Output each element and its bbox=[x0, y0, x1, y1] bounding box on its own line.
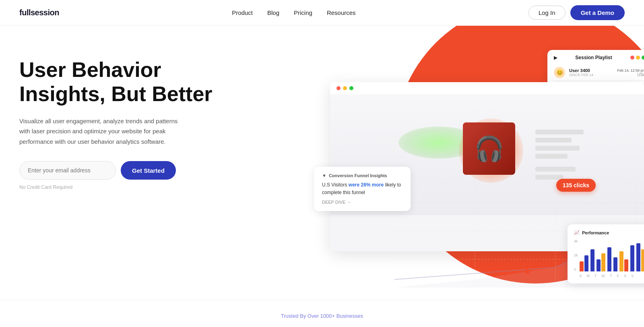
x-label-s2: S bbox=[624, 274, 626, 278]
bar-group-f bbox=[619, 251, 628, 271]
trusted-section: Trusted By Over 1000+ Businesses ⠿ POLYM… bbox=[0, 300, 644, 327]
x-label-t1: T bbox=[594, 274, 597, 278]
nav-actions: Log In Get a Demo bbox=[528, 5, 625, 20]
bar-group-s1 bbox=[580, 255, 588, 271]
hero-title: User Behavior Insights, But Better bbox=[19, 58, 213, 106]
browser-dot-yellow bbox=[343, 86, 347, 90]
session-region-1: USA bbox=[617, 72, 644, 77]
funnel-card-text: U.S Visitors were 26% more likely to com… bbox=[322, 181, 402, 197]
headphone-icon: 🎧 bbox=[474, 135, 504, 163]
funnel-icon: ▼ bbox=[322, 173, 326, 178]
session-user-id-1: User 3400 bbox=[569, 68, 613, 73]
bar-group-t2 bbox=[613, 257, 617, 271]
x-label-f: F bbox=[617, 274, 619, 278]
nav-blog[interactable]: Blog bbox=[267, 9, 279, 16]
bar-group-w bbox=[607, 247, 611, 271]
login-button[interactable]: Log In bbox=[528, 6, 566, 20]
get-started-button[interactable]: Get Started bbox=[121, 161, 176, 180]
browser-bar bbox=[330, 82, 644, 95]
bar-group-s3 bbox=[636, 243, 644, 271]
maximize-btn[interactable] bbox=[642, 56, 644, 60]
x-axis-labels: S M T W T F S S bbox=[580, 274, 644, 278]
performance-card-title: 📈 Performance bbox=[574, 230, 644, 235]
hero-description: Visualize all user engagement, analyze t… bbox=[19, 116, 180, 147]
nav-resources[interactable]: Resources bbox=[327, 9, 356, 16]
session-card-title: Session Playlist bbox=[575, 55, 612, 60]
bar-blue-s3 bbox=[636, 243, 640, 271]
bar-blue-t2 bbox=[613, 257, 617, 271]
hero-form: Get Started bbox=[19, 161, 213, 180]
dashboard-preview: ▶ Session Playlist 😊 User 3400 SINCE FEB… bbox=[314, 50, 644, 288]
content-placeholders bbox=[535, 130, 584, 180]
x-label-w: W bbox=[602, 274, 605, 278]
get-demo-button[interactable]: Get a Demo bbox=[570, 5, 625, 20]
svg-point-6 bbox=[525, 269, 530, 274]
nav-pricing[interactable]: Pricing bbox=[294, 9, 312, 16]
close-red-btn[interactable] bbox=[630, 56, 634, 60]
session-card-icon: ▶ bbox=[554, 55, 557, 60]
hero-content: User Behavior Insights, But Better Visua… bbox=[19, 58, 213, 190]
bar-orange-t1 bbox=[601, 253, 605, 271]
session-card-header: ▶ Session Playlist bbox=[554, 55, 644, 60]
bar-orange-s3 bbox=[641, 249, 644, 271]
email-input[interactable] bbox=[19, 161, 116, 180]
bar-orange-f bbox=[619, 251, 623, 271]
bar-chart: S M T W T F S S bbox=[580, 239, 644, 278]
session-row-1: 😊 User 3400 SINCE FEB 14 Feb 14, 12:58 p… bbox=[554, 64, 644, 81]
bar-group-m bbox=[590, 249, 594, 271]
bar-blue-m bbox=[590, 249, 594, 271]
nav-links: Product Blog Pricing Resources bbox=[232, 9, 355, 16]
bar-red-f bbox=[624, 259, 628, 271]
clicks-badge: 135 clicks bbox=[556, 179, 596, 192]
session-close-controls bbox=[630, 56, 644, 60]
bar-blue-t1 bbox=[597, 259, 601, 271]
browser-dot-green bbox=[349, 86, 353, 90]
user-avatar-1: 😊 bbox=[554, 67, 565, 78]
x-label-s3: S bbox=[631, 274, 634, 278]
hero-section: User Behavior Insights, But Better Visua… bbox=[0, 26, 644, 300]
trusted-title: Trusted By Over 1000+ Businesses bbox=[19, 313, 625, 319]
product-image: 🎧 bbox=[463, 122, 515, 175]
bar-blue-w bbox=[607, 247, 611, 271]
bar-red-s1 bbox=[580, 261, 584, 271]
placeholder-3 bbox=[535, 146, 580, 151]
session-user-info-1: User 3400 SINCE FEB 14 bbox=[569, 68, 613, 77]
bar-blue-s1 bbox=[584, 255, 588, 271]
funnel-insight-card: ▼ Conversion Funnel Insights U.S Visitor… bbox=[314, 167, 411, 211]
minimize-btn[interactable] bbox=[636, 56, 640, 60]
performance-card: 📈 Performance 4k 2k 0 bbox=[568, 224, 644, 284]
nav-product[interactable]: Product bbox=[232, 9, 253, 16]
funnel-card-title: ▼ Conversion Funnel Insights bbox=[322, 173, 402, 178]
navbar: fullsession Product Blog Pricing Resourc… bbox=[0, 0, 644, 26]
funnel-deep-dive-link[interactable]: DEEP DIVE → bbox=[322, 200, 402, 205]
session-date-1: Feb 14, 12:58 pm bbox=[617, 68, 644, 72]
bar-blue-s2 bbox=[630, 245, 634, 271]
no-credit-card-note: No Credit Card Required bbox=[19, 184, 213, 190]
session-since-1: SINCE FEB 14 bbox=[569, 73, 613, 77]
session-date-info-1: Feb 14, 12:58 pm USA bbox=[617, 68, 644, 77]
y-axis-labels: 4k 2k 0 bbox=[574, 239, 580, 271]
performance-icon: 📈 bbox=[574, 230, 580, 235]
placeholder-1 bbox=[535, 130, 584, 135]
x-label-t2: T bbox=[610, 274, 612, 278]
logo: fullsession bbox=[19, 8, 59, 17]
performance-chart-area: 4k 2k 0 bbox=[574, 239, 644, 278]
placeholder-5 bbox=[535, 167, 576, 172]
x-label-m: M bbox=[587, 274, 590, 278]
bar-chart-bars bbox=[580, 239, 644, 271]
placeholder-2 bbox=[535, 138, 572, 143]
x-label-s1: S bbox=[580, 274, 582, 278]
bar-group-s2 bbox=[630, 245, 634, 271]
placeholder-4 bbox=[535, 154, 568, 159]
browser-dot-red bbox=[336, 86, 341, 90]
bar-group-t1 bbox=[597, 253, 605, 271]
red-heat-blob: 🎧 bbox=[459, 118, 523, 183]
